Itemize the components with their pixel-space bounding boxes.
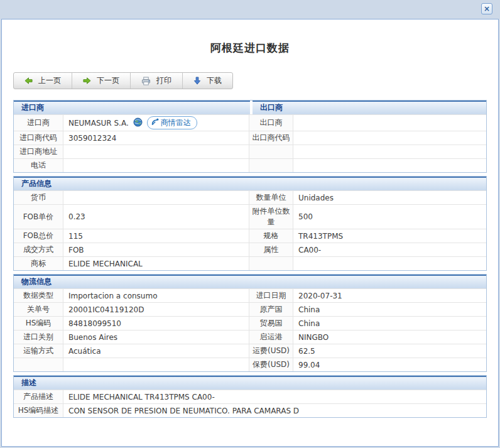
business-radar-button[interactable]: 商情雷达 (147, 116, 197, 129)
field-label: FOB单价 (14, 205, 63, 229)
field-label: 规格 (249, 229, 293, 243)
table-row: 电话 (14, 158, 486, 172)
field-value: Importacion a consumo (63, 289, 249, 302)
download-icon (193, 77, 201, 85)
field-value: 0.23 (63, 205, 249, 229)
field-label: 进口商 (14, 115, 63, 131)
field-value: China (293, 317, 486, 330)
radar-icon (151, 118, 159, 128)
field-label: 关单号 (14, 303, 63, 316)
field-value (293, 115, 486, 131)
page-title: 阿根廷进口数据 (13, 41, 487, 55)
field-label: 商标 (14, 257, 63, 270)
field-label: 运输方式 (14, 344, 63, 358)
field-label: 进口关别 (14, 331, 63, 344)
print-button[interactable]: 打印 (131, 73, 183, 89)
section-product-info: 产品信息 货币 数量单位 Unidades FOB单价 0.23 附件单位数量 … (13, 176, 487, 271)
field-label (249, 145, 293, 158)
field-label: 进口商地址 (14, 145, 63, 158)
field-label: 货币 (14, 191, 63, 204)
field-value: ELIDE MECHANICAL (63, 257, 249, 270)
field-label: 附件单位数量 (249, 205, 293, 229)
table-row: 货币 数量单位 Unidades (14, 190, 486, 204)
section-description: 描述 产品描述 ELIDE MECHANICAL TR413TPMS CA00-… (13, 375, 487, 418)
field-value: 115 (63, 229, 249, 243)
field-label: 数量单位 (249, 191, 293, 204)
field-label: 产品描述 (14, 390, 63, 403)
field-value (293, 131, 486, 145)
field-value: CA00- (293, 243, 486, 256)
field-label: HS编码描述 (14, 404, 63, 417)
field-label: 贸易国 (249, 317, 293, 330)
logistics-info-header: 物流信息 (14, 275, 486, 288)
table-row: 进口商 NEUMASUR S.A. 商情雷达 出口商 (14, 114, 486, 131)
field-value: 62.5 (293, 344, 486, 358)
arrow-left-icon (24, 77, 33, 85)
field-value (293, 159, 486, 172)
field-label (249, 159, 293, 172)
table-row: FOB总价 115 规格 TR413TPMS (14, 229, 486, 243)
field-value (293, 145, 486, 158)
printer-icon (141, 77, 151, 85)
field-value: NINGBO (293, 331, 486, 344)
field-value: China (293, 303, 486, 316)
field-value: 20001IC04119120D (63, 303, 249, 316)
download-button[interactable]: 下载 (183, 73, 232, 89)
field-label: 原产国 (249, 303, 293, 316)
close-icon[interactable]: × (481, 3, 492, 14)
field-value (63, 145, 249, 158)
section-logistics-info: 物流信息 数据类型 Importacion a consumo 进口日期 202… (13, 274, 487, 372)
field-label: 电话 (14, 159, 63, 172)
field-label: 保费(USD) (249, 358, 293, 371)
field-label: 出口商 (249, 115, 293, 131)
field-label: 属性 (249, 243, 293, 256)
field-value (63, 191, 249, 204)
field-value: Buenos Aires (63, 331, 249, 344)
table-row: 进口商地址 (14, 145, 486, 158)
radar-label: 商情雷达 (161, 117, 191, 128)
product-info-header: 产品信息 (14, 177, 486, 190)
field-value (63, 358, 249, 371)
description-header: 描述 (14, 376, 486, 390)
table-row: FOB单价 0.23 附件单位数量 500 (14, 204, 486, 229)
field-label (249, 257, 293, 270)
field-label: 进口商代码 (14, 131, 63, 145)
table-row: 成交方式 FOB 属性 CA00- (14, 243, 486, 256)
window-titlebar (0, 0, 500, 19)
field-value: ELIDE MECHANICAL TR413TPMS CA00- (63, 390, 486, 403)
table-row: 关单号 20001IC04119120D 原产国 China (14, 302, 486, 316)
field-value: 500 (293, 205, 486, 229)
field-label: 数据类型 (14, 289, 63, 302)
field-value: CON SENSOR DE PRESION DE NEUMATICO. PARA… (63, 404, 486, 417)
section-header-row: 进口商 出口商 (14, 101, 486, 114)
field-value: TR413TPMS (293, 229, 486, 243)
field-value: Unidades (293, 191, 486, 204)
field-value: 2020-07-31 (293, 289, 486, 302)
table-row: HS编码描述 CON SENSOR DE PRESION DE NEUMATIC… (14, 403, 486, 417)
field-value (63, 159, 249, 172)
prev-page-button[interactable]: 上一页 (14, 73, 72, 89)
field-value (293, 257, 486, 270)
field-value: 84818099510 (63, 317, 249, 330)
importer-name: NEUMASUR S.A. (68, 119, 129, 128)
arrow-right-icon (83, 77, 91, 85)
field-value: 3059012324 (63, 131, 249, 145)
field-value: 99.04 (293, 358, 486, 371)
field-label: HS编码 (14, 317, 63, 330)
next-page-button[interactable]: 下一页 (72, 73, 131, 89)
toolbar: 上一页 下一页 打印 下载 (13, 72, 233, 89)
field-value: FOB (63, 243, 249, 256)
table-row: HS编码 84818099510 贸易国 China (14, 316, 486, 330)
table-row: 产品描述 ELIDE MECHANICAL TR413TPMS CA00- (14, 390, 486, 403)
section-importer-exporter: 进口商 出口商 进口商 NEUMASUR S.A. 商情雷达 出口商 进口商代码… (13, 100, 487, 173)
field-value: Acuática (63, 344, 249, 358)
table-row: 进口商代码 3059012324 出口商代码 (14, 131, 486, 145)
field-label: 启运港 (249, 331, 293, 344)
field-label: 运费(USD) (249, 344, 293, 358)
importer-header: 进口商 (14, 101, 250, 114)
importer-name-cell: NEUMASUR S.A. 商情雷达 (63, 115, 249, 131)
table-row: 运输方式 Acuática 运费(USD) 62.5 (14, 344, 486, 358)
table-row: 保费(USD) 99.04 (14, 358, 486, 371)
globe-icon[interactable] (133, 117, 143, 129)
dialog-panel: 阿根廷进口数据 上一页 下一页 打印 下载 进口商 出口商 进口商 NE (1, 19, 499, 447)
